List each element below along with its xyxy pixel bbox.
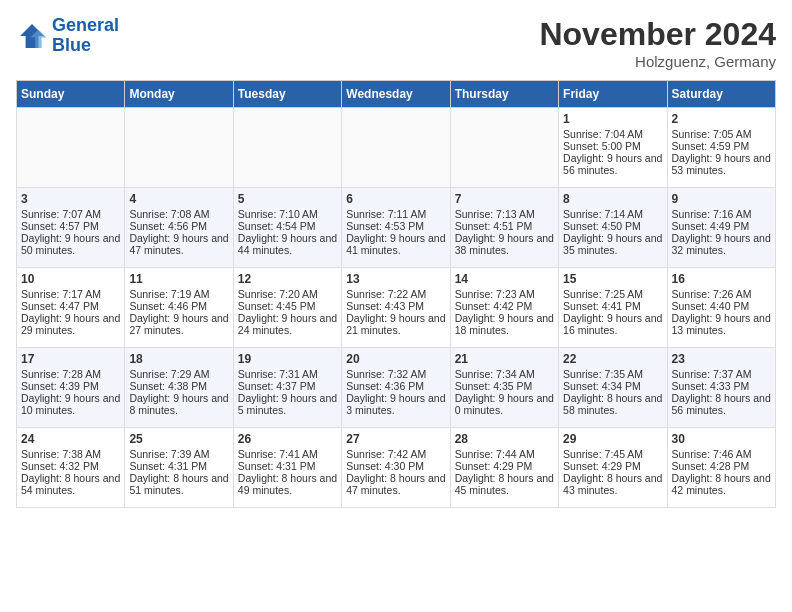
day-info: Sunset: 4:47 PM — [21, 300, 120, 312]
day-info: Sunset: 4:39 PM — [21, 380, 120, 392]
day-info: Sunrise: 7:42 AM — [346, 448, 445, 460]
calendar-cell: 2Sunrise: 7:05 AMSunset: 4:59 PMDaylight… — [667, 108, 775, 188]
day-info: Daylight: 9 hours and 44 minutes. — [238, 232, 337, 256]
day-info: Sunrise: 7:17 AM — [21, 288, 120, 300]
calendar-cell: 16Sunrise: 7:26 AMSunset: 4:40 PMDayligh… — [667, 268, 775, 348]
day-number: 13 — [346, 272, 445, 286]
day-info: Daylight: 9 hours and 29 minutes. — [21, 312, 120, 336]
calendar-cell: 29Sunrise: 7:45 AMSunset: 4:29 PMDayligh… — [559, 428, 667, 508]
day-number: 1 — [563, 112, 662, 126]
day-info: Sunset: 4:35 PM — [455, 380, 554, 392]
day-info: Daylight: 9 hours and 10 minutes. — [21, 392, 120, 416]
day-info: Sunrise: 7:07 AM — [21, 208, 120, 220]
calendar-cell — [125, 108, 233, 188]
day-info: Sunrise: 7:08 AM — [129, 208, 228, 220]
day-number: 7 — [455, 192, 554, 206]
day-number: 19 — [238, 352, 337, 366]
day-info: Daylight: 9 hours and 0 minutes. — [455, 392, 554, 416]
day-header-friday: Friday — [559, 81, 667, 108]
calendar-cell: 26Sunrise: 7:41 AMSunset: 4:31 PMDayligh… — [233, 428, 341, 508]
logo-text: General Blue — [52, 16, 119, 56]
day-info: Sunset: 5:00 PM — [563, 140, 662, 152]
calendar-cell: 3Sunrise: 7:07 AMSunset: 4:57 PMDaylight… — [17, 188, 125, 268]
day-info: Sunset: 4:28 PM — [672, 460, 771, 472]
day-info: Sunrise: 7:37 AM — [672, 368, 771, 380]
day-number: 21 — [455, 352, 554, 366]
day-info: Daylight: 9 hours and 27 minutes. — [129, 312, 228, 336]
day-info: Sunset: 4:31 PM — [129, 460, 228, 472]
calendar-cell: 18Sunrise: 7:29 AMSunset: 4:38 PMDayligh… — [125, 348, 233, 428]
calendar-cell: 6Sunrise: 7:11 AMSunset: 4:53 PMDaylight… — [342, 188, 450, 268]
day-info: Daylight: 9 hours and 50 minutes. — [21, 232, 120, 256]
day-number: 2 — [672, 112, 771, 126]
day-info: Sunset: 4:49 PM — [672, 220, 771, 232]
day-info: Daylight: 9 hours and 8 minutes. — [129, 392, 228, 416]
day-info: Daylight: 8 hours and 49 minutes. — [238, 472, 337, 496]
calendar-cell: 27Sunrise: 7:42 AMSunset: 4:30 PMDayligh… — [342, 428, 450, 508]
day-number: 4 — [129, 192, 228, 206]
calendar-cell: 14Sunrise: 7:23 AMSunset: 4:42 PMDayligh… — [450, 268, 558, 348]
day-info: Daylight: 8 hours and 54 minutes. — [21, 472, 120, 496]
day-info: Daylight: 8 hours and 42 minutes. — [672, 472, 771, 496]
day-info: Daylight: 9 hours and 41 minutes. — [346, 232, 445, 256]
day-info: Sunset: 4:29 PM — [455, 460, 554, 472]
day-info: Sunset: 4:56 PM — [129, 220, 228, 232]
day-number: 22 — [563, 352, 662, 366]
calendar-cell: 19Sunrise: 7:31 AMSunset: 4:37 PMDayligh… — [233, 348, 341, 428]
day-info: Sunrise: 7:35 AM — [563, 368, 662, 380]
month-title: November 2024 — [539, 16, 776, 53]
calendar-cell: 20Sunrise: 7:32 AMSunset: 4:36 PMDayligh… — [342, 348, 450, 428]
day-info: Sunset: 4:36 PM — [346, 380, 445, 392]
calendar-cell: 10Sunrise: 7:17 AMSunset: 4:47 PMDayligh… — [17, 268, 125, 348]
calendar-cell: 21Sunrise: 7:34 AMSunset: 4:35 PMDayligh… — [450, 348, 558, 428]
day-info: Daylight: 8 hours and 58 minutes. — [563, 392, 662, 416]
day-info: Sunrise: 7:34 AM — [455, 368, 554, 380]
calendar-header-row: SundayMondayTuesdayWednesdayThursdayFrid… — [17, 81, 776, 108]
day-info: Sunrise: 7:25 AM — [563, 288, 662, 300]
day-info: Sunrise: 7:22 AM — [346, 288, 445, 300]
day-number: 30 — [672, 432, 771, 446]
day-number: 14 — [455, 272, 554, 286]
day-number: 12 — [238, 272, 337, 286]
day-info: Sunrise: 7:29 AM — [129, 368, 228, 380]
day-info: Sunrise: 7:23 AM — [455, 288, 554, 300]
day-info: Sunrise: 7:31 AM — [238, 368, 337, 380]
calendar-cell: 24Sunrise: 7:38 AMSunset: 4:32 PMDayligh… — [17, 428, 125, 508]
day-info: Sunset: 4:53 PM — [346, 220, 445, 232]
day-info: Daylight: 9 hours and 47 minutes. — [129, 232, 228, 256]
day-info: Daylight: 9 hours and 5 minutes. — [238, 392, 337, 416]
calendar-cell: 5Sunrise: 7:10 AMSunset: 4:54 PMDaylight… — [233, 188, 341, 268]
day-info: Daylight: 8 hours and 51 minutes. — [129, 472, 228, 496]
day-info: Sunset: 4:41 PM — [563, 300, 662, 312]
day-info: Sunrise: 7:10 AM — [238, 208, 337, 220]
day-info: Sunrise: 7:13 AM — [455, 208, 554, 220]
day-info: Sunset: 4:33 PM — [672, 380, 771, 392]
calendar-week-row: 1Sunrise: 7:04 AMSunset: 5:00 PMDaylight… — [17, 108, 776, 188]
day-info: Sunrise: 7:44 AM — [455, 448, 554, 460]
day-info: Sunrise: 7:41 AM — [238, 448, 337, 460]
day-info: Daylight: 9 hours and 3 minutes. — [346, 392, 445, 416]
day-number: 15 — [563, 272, 662, 286]
day-number: 24 — [21, 432, 120, 446]
day-info: Daylight: 8 hours and 45 minutes. — [455, 472, 554, 496]
calendar-cell: 22Sunrise: 7:35 AMSunset: 4:34 PMDayligh… — [559, 348, 667, 428]
day-number: 17 — [21, 352, 120, 366]
day-number: 26 — [238, 432, 337, 446]
day-info: Sunset: 4:51 PM — [455, 220, 554, 232]
day-info: Daylight: 9 hours and 21 minutes. — [346, 312, 445, 336]
day-number: 6 — [346, 192, 445, 206]
calendar-cell: 23Sunrise: 7:37 AMSunset: 4:33 PMDayligh… — [667, 348, 775, 428]
day-info: Sunrise: 7:16 AM — [672, 208, 771, 220]
day-header-monday: Monday — [125, 81, 233, 108]
day-info: Sunset: 4:34 PM — [563, 380, 662, 392]
day-number: 11 — [129, 272, 228, 286]
day-info: Sunrise: 7:14 AM — [563, 208, 662, 220]
calendar-cell: 28Sunrise: 7:44 AMSunset: 4:29 PMDayligh… — [450, 428, 558, 508]
calendar-week-row: 17Sunrise: 7:28 AMSunset: 4:39 PMDayligh… — [17, 348, 776, 428]
day-number: 5 — [238, 192, 337, 206]
day-info: Sunrise: 7:28 AM — [21, 368, 120, 380]
day-info: Sunset: 4:29 PM — [563, 460, 662, 472]
calendar-cell: 8Sunrise: 7:14 AMSunset: 4:50 PMDaylight… — [559, 188, 667, 268]
day-info: Sunset: 4:59 PM — [672, 140, 771, 152]
day-number: 3 — [21, 192, 120, 206]
